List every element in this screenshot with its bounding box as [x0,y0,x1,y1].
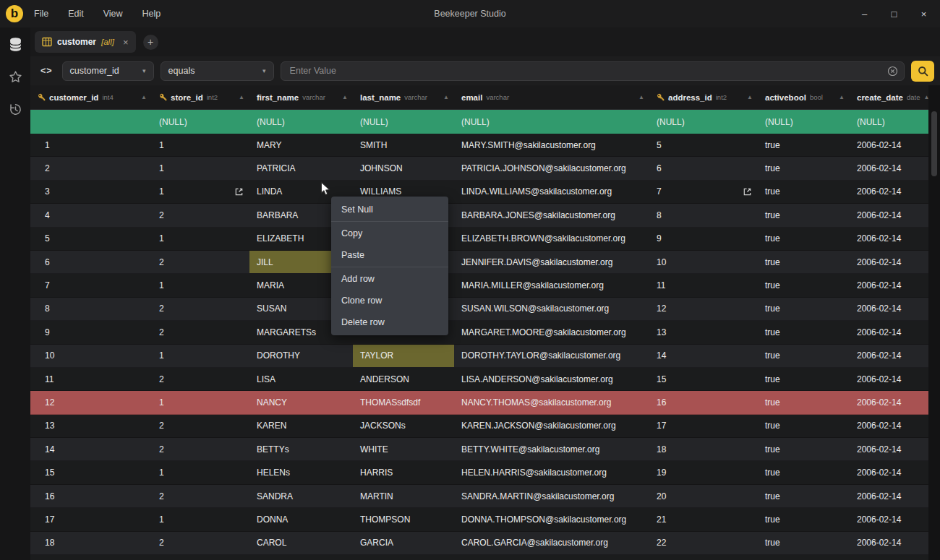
cell-email[interactable]: ELIZABETH.BROWN@sakilacustomer.org [454,228,649,250]
cell-address_id[interactable]: 15 [649,368,758,390]
cell-create_date[interactable]: 2006-02-14 [850,181,928,203]
cell-store_id[interactable]: 1 [152,274,249,296]
cell-email[interactable]: MARY.SMITH@sakilacustomer.org [454,134,649,156]
insert-null-row[interactable]: (NULL)(NULL)(NULL)(NULL)(NULL)(NULL)(NUL… [30,110,928,134]
clear-input-icon[interactable] [887,66,898,77]
filter-value-input[interactable] [281,61,905,81]
cell-activebool[interactable]: true [758,345,850,367]
cell-customer_id[interactable]: 5 [30,228,152,250]
table-row[interactable]: 42BARBARAJONESBARBARA.JONES@sakilacustom… [30,204,928,227]
cell-email[interactable]: JENNIFER.DAVIS@sakilacustomer.org [454,251,649,273]
column-header-email[interactable]: emailvarchar▲ [454,85,649,109]
cell-customer_id[interactable]: 7 [30,274,152,296]
table-row[interactable]: 31LINDAWILLIAMSLINDA.WILLIAMS@sakilacust… [30,181,928,204]
cell-store_id[interactable]: 1 [152,134,249,156]
menu-file[interactable]: File [34,9,48,19]
new-tab-button[interactable]: + [143,35,158,50]
cell-create_date[interactable]: 2006-02-14 [850,251,928,273]
cell-create_date[interactable]: 2006-02-14 [850,485,928,507]
cell-customer_id[interactable]: 2 [30,157,152,179]
tables-sidebar-button[interactable] [4,34,27,57]
cell-first_name[interactable]: HELENs [249,461,353,483]
cell-activebool[interactable]: true [758,157,850,179]
minimize-button[interactable]: – [850,0,879,27]
cell-address_id[interactable]: 7 [649,181,758,203]
cell-last_name[interactable]: HARRIS [353,461,454,483]
cell-customer_id[interactable]: 1 [30,134,152,156]
cell-first_name[interactable]: BETTYs [249,438,353,460]
cell-store_id[interactable]: 2 [152,298,249,320]
cell-email[interactable]: SUSAN.WILSON@sakilacustomer.org [454,298,649,320]
cell-address_id[interactable]: 11 [649,274,758,296]
column-header-customer_id[interactable]: customer_idint4▲ [30,85,152,109]
cell-address_id[interactable]: 19 [649,461,758,483]
cell-address_id[interactable]: 5 [649,134,758,156]
close-window-button[interactable]: × [909,0,939,27]
cell-store_id[interactable]: 2 [152,251,249,273]
cell-store_id[interactable]: 2 [152,415,249,437]
cell-last_name[interactable]: GARCIA [353,532,454,554]
column-header-first_name[interactable]: first_namevarchar▲ [249,85,353,109]
menu-edit[interactable]: Edit [68,9,84,19]
scrollbar-track[interactable] [928,85,940,560]
cell-create_date[interactable]: 2006-02-14 [850,345,928,367]
column-header-create_date[interactable]: create_datedate▲ [850,85,928,109]
cell-activebool[interactable]: true [758,274,850,296]
cell-address_id[interactable]: 20 [649,485,758,507]
cell-last_name[interactable]: ANDERSON [353,368,454,390]
cell-email[interactable]: KAREN.JACKSON@sakilacustomer.org [454,415,649,437]
cell-last_name[interactable]: THOMASsdfsdf [353,391,454,413]
table-row[interactable]: 71MARIAMILLERMARIA.MILLER@sakilacustomer… [30,274,928,297]
cell-email[interactable]: BARBARA.JONES@sakilacustomer.org [454,204,649,226]
menu-help[interactable]: Help [142,9,161,19]
cell-address_id[interactable]: 21 [649,508,758,530]
cell-first_name[interactable]: CAROL [249,532,353,554]
cell-first_name[interactable]: SANDRA [249,485,353,507]
cell-first_name[interactable]: PATRICIA [249,157,353,179]
column-header-store_id[interactable]: store_idint2▲ [152,85,249,109]
table-row[interactable]: 21PATRICIAJOHNSONPATRICIA.JOHNSON@sakila… [30,157,928,180]
cell-email[interactable]: DOROTHY.TAYLOR@sakilacustomer.org [454,345,649,367]
cell-customer_id[interactable]: 4 [30,204,152,226]
cell-store_id[interactable]: 1 [152,345,249,367]
cell-first_name[interactable]: MARY [249,134,353,156]
cell-address_id[interactable]: 10 [649,251,758,273]
cell-store_id[interactable]: 2 [152,485,249,507]
cell-last_name[interactable]: (NULL) [353,110,454,134]
cell-email[interactable]: CAROL.GARCIA@sakilacustomer.org [454,532,649,554]
cell-customer_id[interactable]: 17 [30,508,152,530]
cell-customer_id[interactable] [30,110,152,134]
cell-last_name[interactable]: JACKSONs [353,415,454,437]
table-row[interactable]: 142BETTYsWHITEBETTY.WHITE@sakilacustomer… [30,438,928,461]
cell-activebool[interactable]: true [758,485,850,507]
filter-column-select[interactable]: customer_id ▾ [62,61,154,81]
cell-email[interactable]: MARIA.MILLER@sakilacustomer.org [454,274,649,296]
search-button[interactable] [911,61,934,82]
cell-last_name[interactable]: THOMPSON [353,508,454,530]
cell-address_id[interactable]: 12 [649,298,758,320]
cell-activebool[interactable]: true [758,204,850,226]
cell-activebool[interactable]: true [758,532,850,554]
sql-toggle-button[interactable]: <> [38,66,56,76]
cell-last_name[interactable]: TAYLOR [353,345,454,367]
cell-customer_id[interactable]: 9 [30,321,152,343]
cell-activebool[interactable]: true [758,508,850,530]
table-row[interactable]: 112LISAANDERSONLISA.ANDERSON@sakilacusto… [30,368,928,391]
table-row[interactable]: 92MARGARETSsMOORESMARGARET.MOORE@sakilac… [30,321,928,344]
cell-create_date[interactable]: 2006-02-14 [850,368,928,390]
cell-store_id[interactable]: 2 [152,368,249,390]
table-row[interactable]: 162SANDRAMARTINSANDRA.MARTIN@sakilacusto… [30,485,928,508]
cell-email[interactable]: BETTY.WHITE@sakilacustomer.org [454,438,649,460]
cell-address_id[interactable]: 18 [649,438,758,460]
cell-last_name[interactable]: SMITH [353,134,454,156]
maximize-button[interactable]: □ [879,0,909,27]
table-row[interactable]: 62JILLDAVISJENNIFER.DAVIS@sakilacustomer… [30,251,928,274]
cell-email[interactable]: SANDRA.MARTIN@sakilacustomer.org [454,485,649,507]
cell-customer_id[interactable]: 10 [30,345,152,367]
context-menu-item-clone-row[interactable]: Clone row [331,290,448,311]
cell-store_id[interactable]: 1 [152,157,249,179]
cell-first_name[interactable]: (NULL) [249,110,353,134]
cell-create_date[interactable]: 2006-02-14 [850,204,928,226]
cell-first_name[interactable]: LISA [249,368,353,390]
cell-create_date[interactable]: 2006-02-14 [850,134,928,156]
